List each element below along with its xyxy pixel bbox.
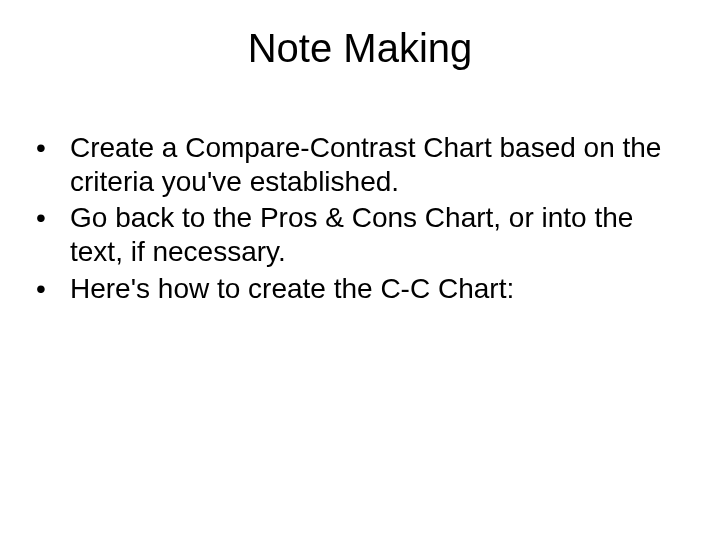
- bullet-item: • Go back to the Pros & Cons Chart, or i…: [34, 201, 690, 269]
- slide-content: • Create a Compare-Contrast Chart based …: [30, 131, 690, 306]
- bullet-icon: •: [34, 131, 70, 165]
- bullet-text: Go back to the Pros & Cons Chart, or int…: [70, 201, 690, 269]
- bullet-text: Here's how to create the C-C Chart:: [70, 272, 690, 306]
- slide: Note Making • Create a Compare-Contrast …: [0, 0, 720, 540]
- bullet-icon: •: [34, 272, 70, 306]
- bullet-item: • Here's how to create the C-C Chart:: [34, 272, 690, 306]
- bullet-text: Create a Compare-Contrast Chart based on…: [70, 131, 690, 199]
- bullet-icon: •: [34, 201, 70, 235]
- slide-title: Note Making: [30, 26, 690, 71]
- bullet-item: • Create a Compare-Contrast Chart based …: [34, 131, 690, 199]
